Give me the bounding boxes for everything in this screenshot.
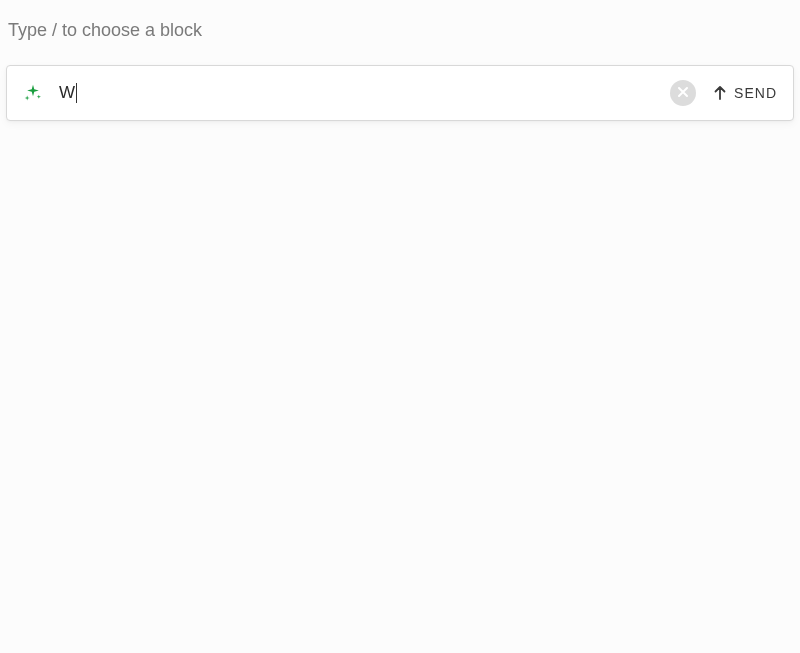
send-label: SEND: [734, 85, 777, 101]
ai-input-box: W SEND: [6, 65, 794, 121]
sparkle-icon: [23, 83, 43, 103]
close-icon: [677, 84, 689, 102]
prompt-input[interactable]: W: [59, 83, 654, 103]
clear-button[interactable]: [670, 80, 696, 106]
send-button[interactable]: SEND: [712, 85, 777, 101]
input-value: W: [59, 83, 75, 103]
text-caret: [76, 83, 77, 103]
arrow-up-icon: [712, 85, 728, 101]
block-chooser-hint: Type / to choose a block: [8, 20, 794, 41]
